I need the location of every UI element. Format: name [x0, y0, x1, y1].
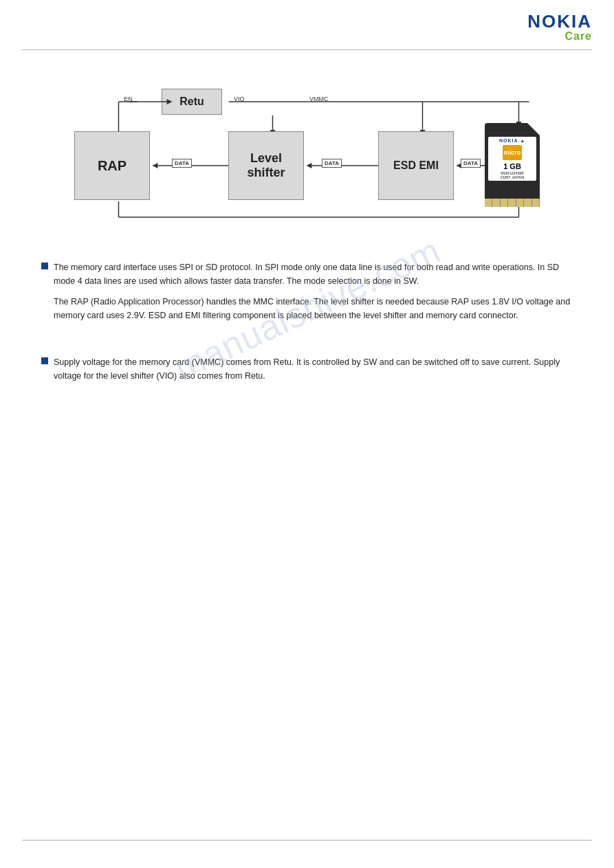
sd-card-notch [527, 123, 540, 135]
section-1: The memory card interface uses SPI or SD… [41, 260, 573, 329]
en-label: EN [124, 96, 133, 102]
svg-marker-12 [153, 163, 158, 168]
sd-ci: CI287 JAPAN [490, 175, 534, 179]
paragraph-3: Supply voltage for the memory card (VMMC… [54, 355, 573, 383]
section-1-content: The memory card interface uses SPI or SD… [54, 260, 573, 329]
spacer [41, 342, 573, 355]
rap-block: RAP [74, 131, 150, 200]
paragraph-1: The memory card interface uses SPI or SD… [54, 260, 573, 288]
nokia-brand-text: NOKIA [527, 12, 592, 30]
bullet-item-2: Supply voltage for the memory card (VMMC… [41, 355, 573, 390]
circuit-diagram: EN Retu VIO VMMC [41, 76, 573, 241]
svg-marker-15 [307, 163, 312, 168]
section-2-content: Supply voltage for the memory card (VMMC… [54, 355, 573, 390]
vio-label: VIO [234, 96, 245, 102]
paragraph-2: The RAP (Radio Application Processor) ha… [54, 295, 573, 322]
retu-block: Retu [162, 89, 222, 115]
bullet-square-2 [41, 357, 48, 364]
top-divider [22, 49, 592, 50]
sd-card-body: NOKIA ▲ micro 1 GB 05301234565 CI287 JAP… [485, 123, 540, 199]
sd-card-label: NOKIA ▲ micro 1 GB 05301234565 CI287 JAP… [488, 137, 536, 181]
page-header: NOKIA Care [0, 0, 614, 49]
bullet-square-1 [41, 263, 48, 269]
bullet-item-1: The memory card interface uses SPI or SD… [41, 260, 573, 329]
sd-capacity: 1 GB [490, 162, 534, 170]
sd-card: NOKIA ▲ micro 1 GB 05301234565 CI287 JAP… [481, 123, 543, 205]
content-area: The memory card interface uses SPI or SD… [41, 260, 573, 390]
sd-logo: micro [503, 145, 522, 160]
bottom-divider [22, 840, 592, 841]
data-label-2: DATA [322, 159, 342, 168]
section-2: Supply voltage for the memory card (VMMC… [41, 355, 573, 390]
data-label-1: DATA [172, 159, 192, 168]
data-label-3: DATA [461, 159, 481, 168]
sd-card-pins [485, 199, 540, 207]
nokia-care-text: Care [564, 30, 592, 43]
sd-nokia-text: NOKIA ▲ [499, 138, 525, 143]
vmmc-label: VMMC [309, 96, 329, 102]
level-shifter-block: Level shifter [228, 131, 304, 200]
nokia-logo: NOKIA Care [527, 12, 592, 43]
esd-emi-block: ESD EMI [378, 131, 454, 200]
